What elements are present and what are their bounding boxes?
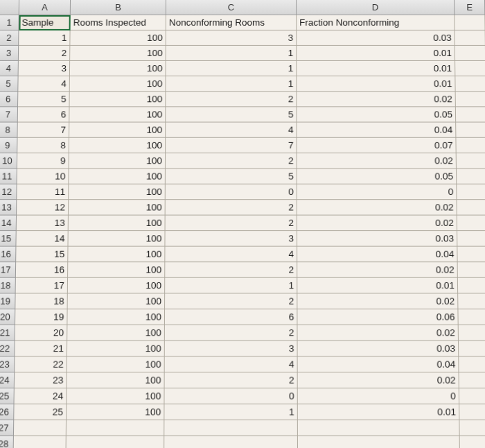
cell-C13[interactable]: 2 [166, 200, 297, 215]
cell-D19[interactable]: 0.02 [297, 293, 458, 309]
cell-D8[interactable]: 0.04 [297, 123, 457, 138]
cell-B26[interactable]: 100 [67, 404, 164, 420]
cell-E8[interactable] [456, 123, 485, 138]
spreadsheet-grid[interactable]: ABCDE1SampleRooms InspectedNonconforming… [0, 0, 485, 448]
cell-D12[interactable]: 0 [297, 184, 457, 200]
cell-A16[interactable]: 15 [16, 247, 68, 263]
cell-B25[interactable]: 100 [67, 388, 164, 404]
cell-D4[interactable]: 0.01 [297, 61, 455, 76]
cell-E9[interactable] [456, 138, 485, 153]
cell-B4[interactable]: 100 [70, 61, 166, 76]
row-header-21[interactable]: 21 [0, 325, 15, 341]
cell-C26[interactable]: 1 [164, 404, 298, 420]
cell-D23[interactable]: 0.04 [298, 356, 459, 372]
cell-B27[interactable] [67, 420, 165, 436]
cell-E24[interactable] [459, 372, 485, 388]
cell-A3[interactable]: 2 [19, 46, 70, 61]
cell-E26[interactable] [459, 404, 485, 420]
cell-D14[interactable]: 0.02 [297, 216, 457, 231]
cell-B18[interactable]: 100 [68, 278, 165, 294]
cell-A22[interactable]: 21 [15, 341, 67, 357]
cell-D7[interactable]: 0.05 [297, 107, 456, 122]
cell-B6[interactable]: 100 [69, 92, 166, 107]
cell-D28[interactable] [298, 436, 460, 448]
row-header-17[interactable]: 17 [0, 262, 16, 278]
cell-A21[interactable]: 20 [15, 325, 68, 341]
cell-B12[interactable]: 100 [69, 184, 166, 200]
cell-C22[interactable]: 3 [165, 341, 298, 357]
cell-E25[interactable] [459, 388, 485, 404]
cell-C15[interactable]: 3 [165, 231, 297, 247]
cell-A17[interactable]: 16 [16, 262, 68, 278]
cell-D1[interactable]: Fraction Nonconforming [297, 15, 455, 31]
cell-A14[interactable]: 13 [17, 216, 69, 231]
cell-D20[interactable]: 0.06 [297, 309, 458, 325]
cell-A28[interactable] [14, 436, 67, 448]
cell-E17[interactable] [458, 262, 485, 278]
cell-D16[interactable]: 0.04 [297, 247, 457, 263]
row-header-24[interactable]: 24 [0, 372, 15, 388]
cell-A25[interactable]: 24 [15, 388, 67, 404]
column-header-B[interactable]: B [71, 0, 166, 15]
cell-D11[interactable]: 0.05 [297, 169, 457, 184]
cell-E11[interactable] [457, 169, 485, 184]
row-header-4[interactable]: 4 [0, 61, 19, 76]
cell-A24[interactable]: 23 [15, 372, 67, 388]
cell-C23[interactable]: 4 [165, 356, 298, 372]
cell-A2[interactable]: 1 [19, 31, 70, 46]
cell-B1[interactable]: Rooms Inspected [71, 15, 166, 31]
cell-B17[interactable]: 100 [68, 262, 165, 278]
select-all-corner[interactable] [0, 0, 19, 15]
row-header-27[interactable]: 27 [0, 420, 14, 436]
column-header-C[interactable]: C [166, 0, 297, 15]
cell-D24[interactable]: 0.02 [298, 372, 459, 388]
cell-A15[interactable]: 14 [16, 231, 68, 247]
cell-C8[interactable]: 4 [166, 123, 297, 138]
cell-D10[interactable]: 0.02 [297, 153, 457, 169]
cell-C6[interactable]: 2 [166, 92, 297, 107]
cell-D22[interactable]: 0.03 [298, 341, 459, 357]
cell-B14[interactable]: 100 [69, 216, 166, 231]
cell-A10[interactable]: 9 [17, 153, 69, 169]
cell-B21[interactable]: 100 [67, 325, 165, 341]
row-header-2[interactable]: 2 [0, 31, 19, 46]
cell-D27[interactable] [298, 420, 460, 436]
cell-E14[interactable] [457, 216, 485, 231]
cell-B22[interactable]: 100 [67, 341, 165, 357]
cell-E16[interactable] [457, 247, 485, 263]
row-header-3[interactable]: 3 [0, 46, 19, 61]
cell-B23[interactable]: 100 [67, 356, 165, 372]
cell-D6[interactable]: 0.02 [297, 92, 455, 107]
row-header-6[interactable]: 6 [0, 92, 18, 107]
row-header-25[interactable]: 25 [0, 388, 15, 404]
cell-C16[interactable]: 4 [165, 247, 297, 263]
cell-C17[interactable]: 2 [165, 262, 297, 278]
cell-B9[interactable]: 100 [69, 138, 166, 153]
row-header-15[interactable]: 15 [0, 231, 17, 247]
cell-E1[interactable] [455, 15, 485, 31]
cell-C4[interactable]: 1 [166, 61, 297, 76]
cell-B5[interactable]: 100 [70, 76, 166, 92]
cell-B15[interactable]: 100 [68, 231, 165, 247]
cell-E3[interactable] [455, 46, 485, 61]
row-header-19[interactable]: 19 [0, 293, 16, 309]
cell-E2[interactable] [455, 31, 485, 46]
cell-E19[interactable] [458, 293, 485, 309]
cell-E21[interactable] [459, 325, 485, 341]
row-header-9[interactable]: 9 [0, 138, 17, 153]
cell-D25[interactable]: 0 [298, 388, 459, 404]
cell-B2[interactable]: 100 [70, 31, 166, 46]
cell-E28[interactable] [460, 436, 485, 448]
column-header-A[interactable]: A [19, 0, 71, 15]
cell-E6[interactable] [456, 92, 485, 107]
cell-E22[interactable] [459, 341, 485, 357]
cell-E5[interactable] [455, 76, 485, 92]
cell-B10[interactable]: 100 [69, 153, 166, 169]
cell-D2[interactable]: 0.03 [297, 31, 455, 46]
row-header-20[interactable]: 20 [0, 309, 15, 325]
cell-B20[interactable]: 100 [67, 309, 165, 325]
row-header-28[interactable]: 28 [0, 436, 14, 448]
cell-E10[interactable] [457, 153, 485, 169]
cell-C12[interactable]: 0 [166, 184, 297, 200]
row-header-16[interactable]: 16 [0, 247, 16, 263]
